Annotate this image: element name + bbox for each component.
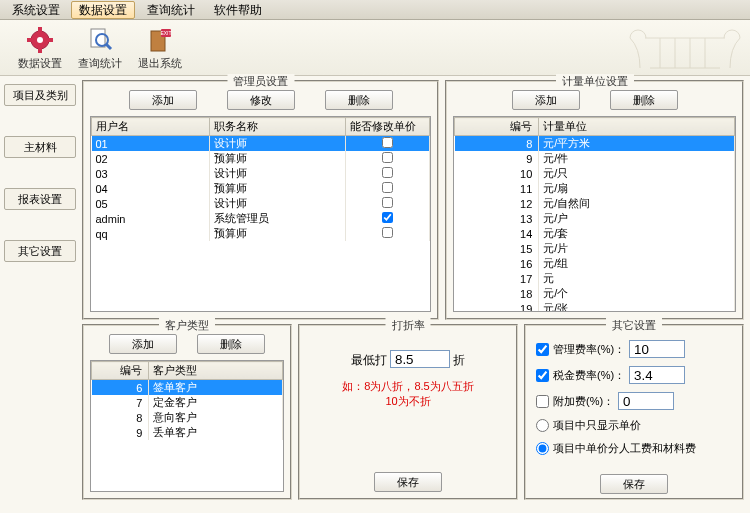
panel-customer: 客户类型 添加 删除 编号 客户类型 6签单客户7定金客户8意向客户9丢单客户 (82, 324, 292, 500)
disc-input[interactable] (390, 350, 450, 368)
side-other[interactable]: 其它设置 (4, 240, 76, 262)
panel-units: 计量单位设置 添加 删除 编号 计量单位 8元/平方米9元/件10元/只11元/… (445, 80, 744, 320)
table-row[interactable]: 18元/个 (455, 286, 735, 301)
add-input[interactable] (618, 392, 674, 410)
table-row[interactable]: 05设计师 (92, 196, 430, 211)
main-area: 管理员设置 添加 修改 删除 用户名 职务名称 能否修改单价 01设计师02预算… (80, 76, 750, 513)
panel-other: 其它设置 管理费率(%)： 税金费率(%)： 附加费(%)： 项目中只显示单价 … (524, 324, 744, 500)
table-row[interactable]: 04预算师 (92, 181, 430, 196)
sidebar: 项目及类别 主材料 报表设置 其它设置 (0, 76, 80, 513)
mgmt-check[interactable]: 管理费率(%)： (536, 342, 625, 357)
table-row[interactable]: qq预算师 (92, 226, 430, 241)
toolbar-exit[interactable]: EXIT 退出系统 (130, 25, 190, 71)
radio-price-only[interactable]: 项目中只显示单价 (536, 418, 641, 433)
svg-rect-3 (38, 48, 42, 53)
svg-rect-2 (38, 27, 42, 32)
table-row[interactable]: 03设计师 (92, 166, 430, 181)
table-row[interactable]: 13元/户 (455, 211, 735, 226)
table-row[interactable]: 02预算师 (92, 151, 430, 166)
menu-data[interactable]: 数据设置 (71, 1, 135, 19)
side-items[interactable]: 项目及类别 (4, 84, 76, 106)
units-delete[interactable]: 删除 (610, 90, 678, 110)
table-row[interactable]: 9丢单客户 (92, 425, 283, 440)
menubar: 系统设置 数据设置 查询统计 软件帮助 (0, 0, 750, 20)
cust-delete[interactable]: 删除 (197, 334, 265, 354)
svg-point-1 (37, 37, 43, 43)
table-row[interactable]: 6签单客户 (92, 380, 283, 396)
tax-input[interactable] (629, 366, 685, 384)
table-row[interactable]: admin系统管理员 (92, 211, 430, 226)
toolbar: 数据设置 查询统计 EXIT 退出系统 (0, 20, 750, 76)
disc-label-pre: 最低打 (351, 353, 387, 367)
admin-edit[interactable]: 修改 (227, 90, 295, 110)
menu-query[interactable]: 查询统计 (139, 1, 203, 19)
cust-add[interactable]: 添加 (109, 334, 177, 354)
svg-rect-5 (48, 38, 53, 42)
table-row[interactable]: 8意向客户 (92, 410, 283, 425)
exit-icon: EXIT (145, 25, 175, 55)
table-row[interactable]: 15元/片 (455, 241, 735, 256)
panel-admin: 管理员设置 添加 修改 删除 用户名 职务名称 能否修改单价 01设计师02预算… (82, 80, 439, 320)
other-save[interactable]: 保存 (600, 474, 668, 494)
admin-grid[interactable]: 用户名 职务名称 能否修改单价 01设计师02预算师03设计师04预算师05设计… (90, 116, 431, 312)
mgmt-input[interactable] (629, 340, 685, 358)
table-row[interactable]: 11元/扇 (455, 181, 735, 196)
table-row[interactable]: 8元/平方米 (455, 136, 735, 152)
tax-check[interactable]: 税金费率(%)： (536, 368, 625, 383)
table-row[interactable]: 14元/套 (455, 226, 735, 241)
svg-rect-4 (27, 38, 32, 42)
disc-hint: 如：8为八折，8.5为八五折10为不折 (312, 379, 504, 410)
toolbar-query[interactable]: 查询统计 (70, 25, 130, 71)
admin-add[interactable]: 添加 (129, 90, 197, 110)
menu-help[interactable]: 软件帮助 (206, 1, 270, 19)
side-reports[interactable]: 报表设置 (4, 188, 76, 210)
table-row[interactable]: 10元/只 (455, 166, 735, 181)
units-add[interactable]: 添加 (512, 90, 580, 110)
table-row[interactable]: 12元/自然间 (455, 196, 735, 211)
radio-price-split[interactable]: 项目中单价分人工费和材料费 (536, 441, 696, 456)
table-row[interactable]: 17元 (455, 271, 735, 286)
decoration-capital (620, 18, 750, 76)
table-row[interactable]: 19元/张 (455, 301, 735, 312)
menu-system[interactable]: 系统设置 (4, 1, 68, 19)
table-row[interactable]: 16元/组 (455, 256, 735, 271)
magnifier-icon (85, 25, 115, 55)
add-check[interactable]: 附加费(%)： (536, 394, 614, 409)
panel-discount: 打折率 最低打 折 如：8为八折，8.5为八五折10为不折 保存 (298, 324, 518, 500)
table-row[interactable]: 9元/件 (455, 151, 735, 166)
table-row[interactable]: 7定金客户 (92, 395, 283, 410)
disc-save[interactable]: 保存 (374, 472, 442, 492)
table-row[interactable]: 01设计师 (92, 136, 430, 152)
toolbar-data-settings[interactable]: 数据设置 (10, 25, 70, 71)
content: 项目及类别 主材料 报表设置 其它设置 管理员设置 添加 修改 删除 用户名 职… (0, 76, 750, 513)
disc-label-suf: 折 (453, 353, 465, 367)
svg-line-8 (106, 44, 111, 49)
admin-delete[interactable]: 删除 (325, 90, 393, 110)
side-materials[interactable]: 主材料 (4, 136, 76, 158)
gear-icon (25, 25, 55, 55)
units-grid[interactable]: 编号 计量单位 8元/平方米9元/件10元/只11元/扇12元/自然间13元/户… (453, 116, 736, 312)
svg-text:EXIT: EXIT (160, 30, 171, 36)
cust-grid[interactable]: 编号 客户类型 6签单客户7定金客户8意向客户9丢单客户 (90, 360, 284, 492)
